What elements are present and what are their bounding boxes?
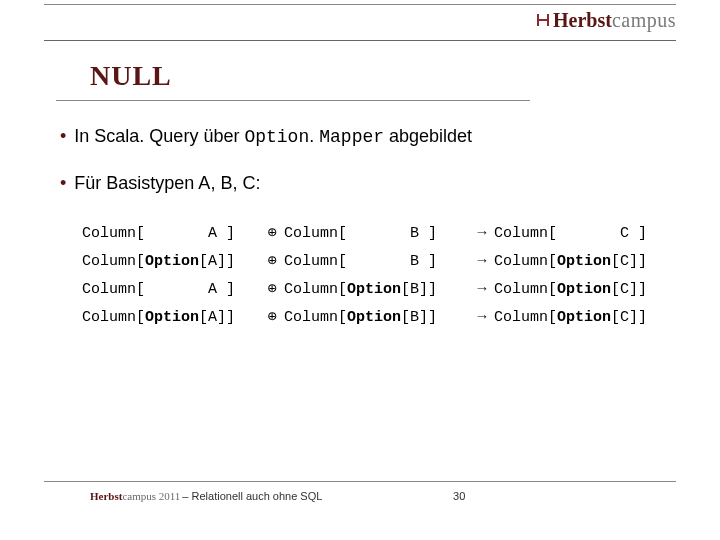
bullet-dot-icon: • [60,173,66,194]
bullet-dot-icon: • [60,126,66,147]
footer-brand: Herbstcampus 2011 [90,490,180,502]
plus-op: ⊕ [260,276,284,304]
page-number: 30 [242,490,676,502]
body: • In Scala. Query über Option. Mapper ab… [60,126,680,332]
table-row: Column[Option[A]] ⊕ Column[Option[B]] → … [82,304,680,332]
cell-rhs: Column[ B ] [284,248,470,276]
svg-rect-1 [547,14,549,26]
logo-row: Herbstcampus [0,5,720,40]
plus-op: ⊕ [260,304,284,332]
bullet-1-text: In Scala. Query über Option. Mapper abge… [74,126,472,147]
table-row: Column[ A ] ⊕ Column[ B ] → Column[ C ] [82,220,680,248]
arrow-op: → [470,248,494,276]
header: Herbstcampus [0,0,720,41]
arrow-op: → [470,220,494,248]
slide: Herbstcampus NULL • In Scala. Query über… [0,0,720,540]
b1-code1: Option [244,127,309,147]
logo-light: campus [612,9,676,31]
b1-code2: Mapper [319,127,384,147]
cell-result: Column[Option[C]] [494,304,664,332]
bullet-2: • Für Basistypen A, B, C: [60,173,680,194]
bullet-2-text: Für Basistypen A, B, C: [74,173,260,194]
arrow-op: → [470,304,494,332]
plus-op: ⊕ [260,220,284,248]
footer-row: Herbstcampus 2011 – Relationell auch ohn… [0,490,720,502]
cell-lhs: Column[Option[A]] [82,304,260,332]
footer: Herbstcampus 2011 – Relationell auch ohn… [0,481,720,502]
logo-strong: Herbst [553,9,612,31]
cell-rhs: Column[ B ] [284,220,470,248]
cell-result: Column[ C ] [494,220,664,248]
plus-op: ⊕ [260,248,284,276]
cell-result: Column[Option[C]] [494,248,664,276]
logo: Herbstcampus [535,9,676,34]
bullet-1: • In Scala. Query über Option. Mapper ab… [60,126,680,147]
b1-mid1: . Query über [139,126,244,146]
page-title: NULL [90,60,172,92]
cell-lhs: Column[ A ] [82,276,260,304]
header-rule-bottom [44,40,676,41]
arrow-op: → [470,276,494,304]
footer-rule [44,481,676,482]
logo-icon [535,11,551,34]
table-row: Column[Option[A]] ⊕ Column[ B ] → Column… [82,248,680,276]
b1-pre: In Scala [74,126,139,146]
svg-rect-0 [537,14,539,26]
cell-lhs: Column[ A ] [82,220,260,248]
footer-brand-strong: Herbst [90,490,122,502]
cell-rhs: Column[Option[B]] [284,276,470,304]
cell-lhs: Column[Option[A]] [82,248,260,276]
title-rule [56,100,530,101]
b1-post: abgebildet [384,126,472,146]
table-row: Column[ A ] ⊕ Column[Option[B]] → Column… [82,276,680,304]
footer-brand-rest: campus 2011 [122,490,180,502]
b1-mid2: . [309,126,319,146]
svg-rect-2 [539,19,547,21]
cell-rhs: Column[Option[B]] [284,304,470,332]
cell-result: Column[Option[C]] [494,276,664,304]
type-table: Column[ A ] ⊕ Column[ B ] → Column[ C ] … [82,220,680,332]
